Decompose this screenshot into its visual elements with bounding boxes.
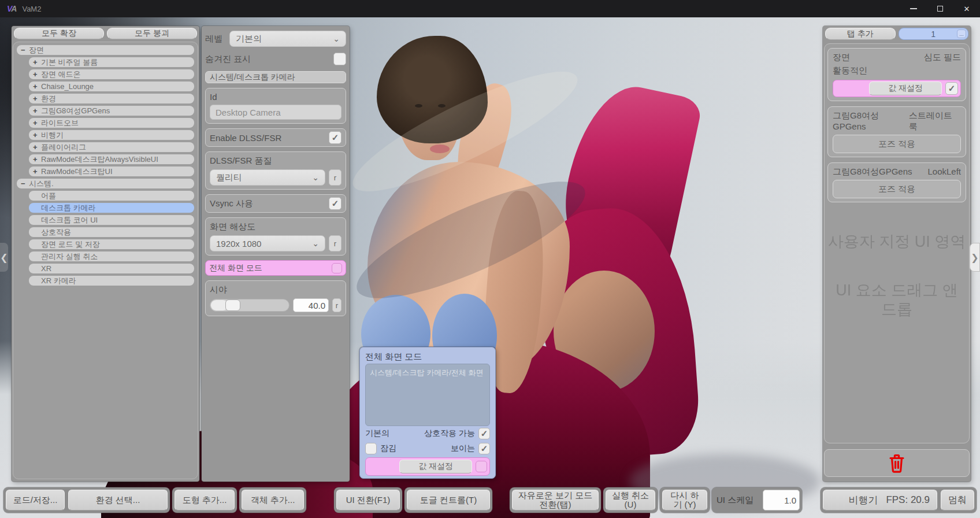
tree-item-chaise-lounge[interactable]: +Chaise_Lounge bbox=[29, 82, 194, 91]
card-reset-bar: 값 재설정 bbox=[833, 80, 961, 97]
show-hidden-checkbox[interactable] bbox=[333, 53, 346, 65]
enable-dlss-checkbox[interactable] bbox=[329, 131, 341, 144]
collapse-icon[interactable]: − bbox=[21, 46, 29, 54]
fullscreen-mode-toggle-row[interactable]: 전체 화면 모드 bbox=[205, 260, 346, 276]
tab-more-button[interactable]: ... bbox=[957, 29, 966, 38]
tree-item-player-rig[interactable]: +플레이어리그 bbox=[29, 142, 194, 152]
free-look-mode-button[interactable]: 자유로운 보기 모드 전환(탭) bbox=[512, 490, 599, 510]
stop-button[interactable]: 멈춰 bbox=[941, 490, 974, 510]
collapse-icon[interactable]: − bbox=[21, 179, 29, 188]
reset-value-button[interactable]: 값 재설정 bbox=[869, 82, 942, 95]
tree-item-lightsof[interactable]: +라이트오브 bbox=[29, 118, 194, 128]
popup-reset-bar: 값 재설정 bbox=[365, 457, 490, 476]
expand-icon[interactable]: + bbox=[33, 94, 41, 103]
enable-dlss-label: Enable DLSS/FSR bbox=[210, 133, 281, 143]
tree-item-desktop-core-ui[interactable]: 데스크톱 코어 UI bbox=[29, 215, 194, 225]
locked-label: 잠김 bbox=[380, 443, 396, 454]
load-save-button[interactable]: 로드/저장... bbox=[6, 490, 65, 510]
close-button[interactable]: ✕ bbox=[953, 0, 980, 17]
fov-reset-button[interactable]: r bbox=[332, 298, 341, 312]
tree-item-manager-undo[interactable]: 관리자 실행 취소 bbox=[29, 251, 194, 261]
expand-icon[interactable]: + bbox=[33, 106, 41, 115]
id-card: Id Desktop Camera bbox=[205, 88, 346, 124]
expand-icon[interactable]: + bbox=[33, 155, 41, 164]
fullscreen-mode-checkbox[interactable] bbox=[332, 263, 342, 273]
interactable-label: 상호작용 가능 bbox=[424, 428, 475, 439]
add-shape-button[interactable]: 도형 추가... bbox=[175, 490, 235, 510]
visible-checkbox[interactable] bbox=[478, 443, 490, 454]
right-panel-expand-handle[interactable]: ❯ bbox=[970, 243, 980, 272]
popup-pink-checkbox[interactable] bbox=[476, 461, 487, 472]
tree-item-default-visual-volume[interactable]: +기본 비주얼 볼륨 bbox=[29, 57, 194, 67]
expand-icon[interactable]: + bbox=[33, 119, 41, 127]
tree-item-app[interactable]: 어플 bbox=[29, 191, 194, 201]
left-panel-collapse-handle[interactable]: ❮ bbox=[0, 243, 8, 272]
tree-item-scene-addon[interactable]: +장면 애드온 bbox=[29, 69, 194, 79]
level-dropdown[interactable]: 기본의 ⌄ bbox=[229, 31, 346, 47]
maximize-button[interactable] bbox=[927, 0, 953, 17]
resolution-reset-button[interactable]: r bbox=[329, 235, 341, 251]
tree-item-label: 환경 bbox=[41, 94, 56, 104]
tab-number-field[interactable]: 1 ... bbox=[899, 28, 969, 40]
delete-drop-zone[interactable] bbox=[824, 449, 970, 477]
vsync-checkbox[interactable] bbox=[329, 197, 341, 210]
expand-icon[interactable]: + bbox=[33, 143, 41, 151]
default-label: 기본의 bbox=[365, 428, 389, 439]
expand-icon[interactable]: + bbox=[33, 70, 41, 79]
custom-ui-area-hint: 사용자 지정 UI 영역 bbox=[827, 232, 966, 251]
dlss-quality-dropdown[interactable]: 퀄리티 ⌄ bbox=[210, 169, 325, 186]
redo-button[interactable]: 다시 하기 (Y) bbox=[662, 490, 707, 510]
locked-checkbox[interactable] bbox=[365, 443, 377, 454]
tree-item-environment[interactable]: +환경 bbox=[29, 94, 194, 103]
interactable-checkbox[interactable] bbox=[478, 428, 490, 439]
toggle-ui-button[interactable]: UI 전환(F1) bbox=[336, 490, 400, 510]
expand-all-button[interactable]: 모두 확장 bbox=[14, 28, 104, 39]
fov-slider-handle[interactable] bbox=[225, 299, 240, 311]
tree-item-xr[interactable]: XR bbox=[29, 264, 194, 273]
tree-item-figure-g8female[interactable]: +그림G8여성GPGens bbox=[29, 106, 194, 116]
scene-tree: −장면 +기본 비주얼 볼륨 +장면 애드온 +Chaise_Lounge +환… bbox=[13, 42, 198, 479]
custom-ui-area: 장면 심도 필드 활동적인 값 재설정 그림G8여성GPGens 스트레이트 룩… bbox=[824, 43, 970, 443]
tree-item-rawmode-desktop-ui[interactable]: +RawMode데스크탑UI bbox=[29, 166, 194, 176]
dlss-quality-reset-button[interactable]: r bbox=[329, 169, 341, 186]
reset-value-button[interactable]: 값 재설정 bbox=[399, 460, 472, 473]
add-tab-button[interactable]: 탭 추가 bbox=[825, 28, 896, 40]
select-environment-button[interactable]: 환경 선택... bbox=[68, 490, 168, 510]
toggle-controls-button[interactable]: 토글 컨트롤(T) bbox=[407, 490, 490, 510]
tree-item-interaction[interactable]: 상호작용 bbox=[29, 227, 194, 237]
active-checkbox[interactable] bbox=[945, 82, 958, 95]
tree-item-system[interactable]: −시스템. bbox=[17, 179, 194, 188]
fov-card: 시야 40.0 r bbox=[205, 280, 346, 316]
popup-binding-path[interactable]: 시스템/데스크탑 카메라/전체 화면 bbox=[370, 368, 485, 378]
expand-icon[interactable]: + bbox=[33, 167, 41, 176]
apply-pose-button[interactable]: 포즈 적용 bbox=[833, 135, 961, 153]
tree-item-label: 그림G8여성GPGens bbox=[41, 106, 110, 116]
expand-icon[interactable]: + bbox=[33, 58, 41, 66]
expand-icon[interactable]: + bbox=[33, 82, 41, 91]
tree-item-rawmode-alwaysvisible-ui[interactable]: +RawMode데스크탑AlwaysVisibleUI bbox=[29, 154, 194, 164]
tree-item-scene[interactable]: −장면 bbox=[17, 45, 194, 55]
minimize-button[interactable] bbox=[900, 0, 927, 17]
level-label: 레벨 bbox=[205, 34, 222, 45]
tree-item-scene-load-save[interactable]: 장면 로드 및 저장 bbox=[29, 239, 194, 249]
id-input[interactable]: Desktop Camera bbox=[210, 105, 341, 120]
ui-scale-input[interactable]: 1.0 bbox=[763, 490, 800, 510]
collapse-all-button[interactable]: 모두 붕괴 bbox=[107, 28, 197, 39]
tree-item-desktop-camera-selected[interactable]: 데스크톱 카메라 bbox=[29, 203, 194, 213]
apply-pose-button[interactable]: 포즈 적용 bbox=[833, 180, 961, 198]
active-label: 활동적인 bbox=[833, 65, 961, 76]
resolution-dropdown[interactable]: 1920x 1080 ⌄ bbox=[210, 235, 325, 251]
fov-value-input[interactable]: 40.0 bbox=[293, 298, 329, 312]
level-value: 기본의 bbox=[236, 34, 262, 45]
app-logo-icon: VA bbox=[7, 4, 16, 13]
popup-binding-list: 시스템/데스크탑 카메라/전체 화면 bbox=[365, 364, 490, 426]
tree-item-plane[interactable]: +비행기 bbox=[29, 130, 194, 140]
fov-label: 시야 bbox=[210, 284, 341, 295]
tree-item-xr-camera[interactable]: XR 카메라 bbox=[29, 276, 194, 286]
tab-number: 1 bbox=[931, 29, 936, 39]
titlebar: VA VaM2 ✕ bbox=[0, 0, 980, 17]
expand-icon[interactable]: + bbox=[33, 131, 41, 139]
undo-button[interactable]: 실행 취소 (U) bbox=[606, 490, 655, 510]
add-object-button[interactable]: 객체 추가... bbox=[242, 490, 304, 510]
fov-slider[interactable] bbox=[210, 299, 289, 312]
